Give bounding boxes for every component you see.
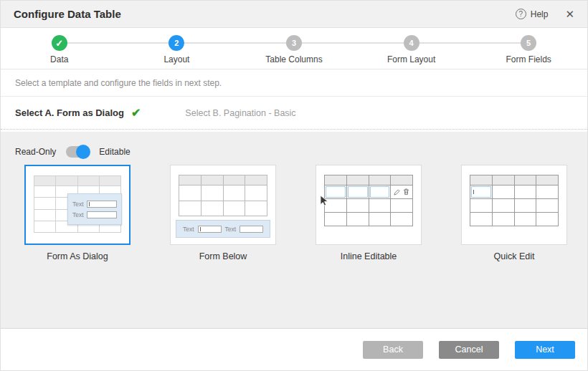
edit-pencil-icon <box>394 189 400 196</box>
toggle-knob <box>76 145 90 159</box>
step-done-check-icon: ✓ <box>52 35 67 51</box>
step-number: 2 <box>169 35 184 51</box>
selection-summary-row: Select A. Form as Dialog ✔ Select B. Pag… <box>1 97 587 130</box>
selection-a-label: Select A. Form as Dialog <box>15 107 124 118</box>
read-only-label: Read-Only <box>15 147 56 157</box>
template-card-quick-edit[interactable] <box>461 165 567 245</box>
preview-form-dialog: Text Text <box>67 193 122 225</box>
template-name: Quick Edit <box>461 251 567 261</box>
step-data[interactable]: ✓ Data <box>1 28 118 69</box>
wizard-stepper: ✓ Data 2 Layout 3 Table Columns 4 Form L… <box>1 28 587 69</box>
configure-data-table-dialog: Configure Data Table ? Help ✕ ✓ Data 2 L… <box>0 0 588 371</box>
step-label: Data <box>50 54 68 64</box>
help-link[interactable]: Help <box>531 9 549 19</box>
step-form-fields[interactable]: 5 Form Fields <box>470 28 587 69</box>
next-button[interactable]: Next <box>515 341 575 359</box>
preview-table <box>470 175 559 226</box>
text-caret <box>200 227 201 231</box>
step-label: Table Columns <box>265 54 322 64</box>
preview-field-label: Text <box>72 211 84 218</box>
step-number: 5 <box>521 35 536 51</box>
template-section: Read-Only Editable Text <box>1 132 587 328</box>
step-label: Form Fields <box>506 54 551 64</box>
step-number: 4 <box>404 35 419 51</box>
delete-trash-icon <box>403 188 409 196</box>
step-label: Layout <box>163 54 189 64</box>
instruction-text: Select a template and configure the fiel… <box>1 69 587 97</box>
preview-table <box>324 175 413 226</box>
editable-toggle[interactable] <box>66 146 89 158</box>
preview-editable-cell <box>471 186 491 198</box>
editable-label: Editable <box>99 147 130 157</box>
preview-input <box>87 211 117 218</box>
template-name: Inline Editable <box>316 251 422 261</box>
dialog-footer: Back Cancel Next <box>1 328 587 370</box>
header-actions: ? Help ✕ <box>516 9 574 19</box>
step-form-layout[interactable]: 4 Form Layout <box>353 28 470 69</box>
template-form-below: Text Text Form Below <box>170 165 276 261</box>
template-inline-editable: Inline Editable <box>316 165 422 261</box>
template-form-as-dialog: Text Text Form As Dialog <box>24 165 131 261</box>
preview-input <box>87 201 117 208</box>
preview-input <box>240 226 263 233</box>
mouse-cursor-icon <box>320 195 329 206</box>
text-caret <box>89 202 90 206</box>
preview-field-label: Text <box>183 226 194 233</box>
step-layout[interactable]: 2 Layout <box>118 28 236 69</box>
preview-table <box>179 175 267 216</box>
template-name: Form Below <box>170 251 276 261</box>
template-card-form-below[interactable]: Text Text <box>170 165 276 245</box>
template-quick-edit: Quick Edit <box>461 165 567 261</box>
selection-check-icon: ✔ <box>131 106 141 120</box>
preview-field-label: Text <box>225 226 237 233</box>
template-name: Form As Dialog <box>24 251 131 261</box>
template-card-form-as-dialog[interactable]: Text Text <box>24 165 131 245</box>
step-table-columns[interactable]: 3 Table Columns <box>235 28 353 69</box>
close-icon[interactable]: ✕ <box>565 9 574 19</box>
text-caret <box>473 190 474 194</box>
template-cards: Text Text Form As Dialog <box>1 162 587 261</box>
page-title: Configure Data Table <box>14 8 121 20</box>
step-number: 3 <box>286 35 302 51</box>
preview-form-strip: Text Text <box>176 220 270 238</box>
help-icon[interactable]: ? <box>516 9 526 19</box>
back-button[interactable]: Back <box>363 341 423 359</box>
cancel-button[interactable]: Cancel <box>439 341 499 359</box>
selection-b-label: Select B. Pagination - Basic <box>185 108 295 118</box>
mode-toggle-row: Read-Only Editable <box>1 132 587 162</box>
preview-input <box>198 226 222 233</box>
step-label: Form Layout <box>387 54 435 64</box>
preview-field-label: Text <box>72 201 84 208</box>
preview-editable-cell <box>348 186 368 198</box>
template-card-inline-editable[interactable] <box>316 165 422 245</box>
dialog-header: Configure Data Table ? Help ✕ <box>1 1 587 28</box>
preview-editable-cell <box>370 186 390 198</box>
